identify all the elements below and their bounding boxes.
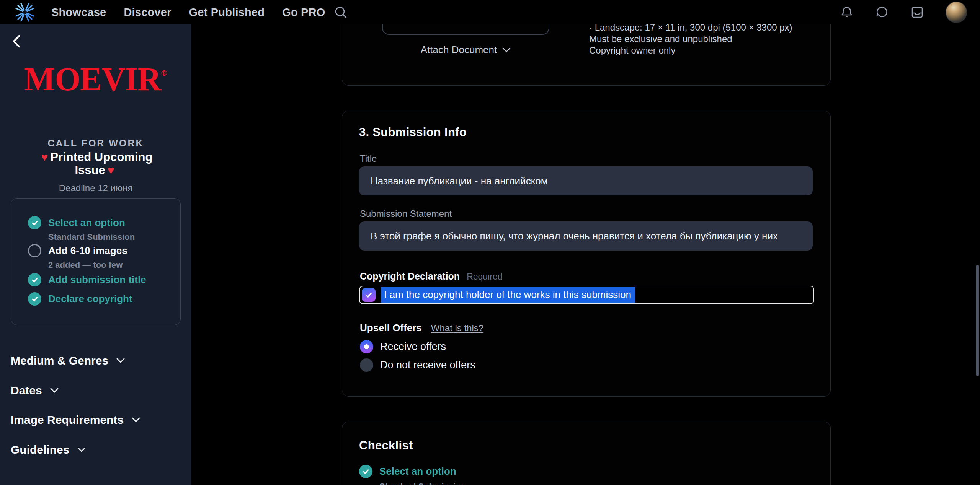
- attach-document-label: Attach Document: [421, 44, 497, 56]
- sidebar-item-label: Image Requirements: [11, 413, 124, 426]
- copyright-declaration-label: Copyright Declaration: [360, 271, 460, 282]
- what-is-this-link[interactable]: What is this?: [431, 323, 483, 334]
- sidebar: MOEVIR® CALL FOR WORK ♥Printed Upcoming …: [0, 24, 191, 485]
- copyright-checkbox[interactable]: [362, 288, 376, 302]
- submission-checklist-panel: Select an option Standard Submission Add…: [11, 198, 181, 325]
- checklist-item-select-option[interactable]: Select an option: [359, 465, 456, 478]
- app-logo-icon[interactable]: [14, 1, 36, 23]
- checklist-heading: Checklist: [359, 439, 413, 452]
- checklist-item-sublabel: Standard Submission: [48, 232, 135, 242]
- image-requirements-text: · Landscape: 17 × 11 in, 300 dpi (5100 ×…: [589, 22, 792, 56]
- magazine-logo: MOEVIR®: [0, 63, 191, 96]
- chevron-down-icon: [50, 388, 59, 393]
- issue-title: ♥Printed Upcoming Issue♥: [0, 151, 191, 177]
- search-icon[interactable]: [334, 5, 348, 20]
- page: Attach Document · Landscape: 17 × 11 in,…: [0, 0, 980, 485]
- requirement-line: Copyright owner only: [589, 45, 792, 56]
- sidebar-item-guidelines[interactable]: Guidelines: [11, 442, 86, 457]
- check-icon: [31, 295, 39, 303]
- checklist-item-label: Select an option: [48, 217, 125, 229]
- receive-offers-option[interactable]: Receive offers: [360, 339, 446, 354]
- nav-item-go-pro[interactable]: Go PRO: [282, 6, 325, 19]
- check-circle-icon: [28, 292, 41, 306]
- checklist-item-label: Add 6-10 images: [48, 245, 127, 257]
- copyright-checkbox-text: I am the copyright holder of the works i…: [381, 287, 635, 303]
- checklist-item-add-title[interactable]: Add submission title: [28, 273, 146, 286]
- check-icon: [362, 468, 370, 475]
- sidebar-item-dates[interactable]: Dates: [11, 383, 59, 398]
- upsell-offers-label: Upsell Offers: [360, 322, 422, 334]
- issue-title-line1: Printed Upcoming: [50, 150, 152, 164]
- copyright-declaration-row: Copyright Declaration Required: [360, 271, 503, 282]
- nav-item-discover[interactable]: Discover: [124, 6, 171, 19]
- messages-chat-icon[interactable]: [875, 5, 889, 19]
- attach-document-button[interactable]: Attach Document: [382, 44, 549, 56]
- heart-icon: ♥: [105, 164, 117, 176]
- sidebar-item-image-requirements[interactable]: Image Requirements: [11, 412, 140, 428]
- brand-name: MOEVIR: [24, 61, 161, 98]
- sidebar-item-label: Dates: [11, 384, 42, 397]
- checklist-item-sublabel: Standard Submission: [379, 482, 466, 485]
- check-circle-icon: [28, 216, 41, 229]
- no-receive-offers-label: Do not receive offers: [380, 359, 475, 371]
- heart-icon: ♥: [39, 151, 51, 163]
- checklist-card: Checklist Select an option Standard Subm…: [342, 422, 831, 485]
- checklist-item-label: Declare copyright: [48, 293, 132, 305]
- check-icon: [31, 276, 39, 284]
- submission-info-heading: 3. Submission Info: [359, 125, 467, 139]
- deadline-label: Deadline 12 июня: [0, 183, 191, 194]
- requirement-line: Must be exclusive and unpublished: [589, 33, 792, 45]
- title-label: Title: [360, 153, 377, 164]
- sidebar-item-medium-genres[interactable]: Medium & Genres: [11, 353, 125, 368]
- required-tag: Required: [467, 272, 502, 282]
- statement-input[interactable]: В этой графе я обычно пишу, что журнал о…: [359, 221, 813, 251]
- nav-item-get-published[interactable]: Get Published: [189, 6, 265, 19]
- user-avatar[interactable]: [946, 2, 967, 23]
- copyright-checkbox-row[interactable]: I am the copyright holder of the works i…: [359, 286, 814, 304]
- receive-offers-label: Receive offers: [380, 341, 446, 353]
- chevron-left-icon: [9, 33, 24, 50]
- registered-mark: ®: [161, 68, 167, 78]
- top-navbar: Showcase Discover Get Published Go PRO: [0, 0, 980, 24]
- checklist-item-sublabel: 2 added — too few: [48, 260, 122, 270]
- sidebar-item-label: Guidelines: [11, 443, 69, 456]
- checklist-item-add-images[interactable]: Add 6-10 images: [28, 244, 127, 257]
- sidebar-item-label: Medium & Genres: [11, 354, 108, 367]
- primary-nav: Showcase Discover Get Published Go PRO: [51, 0, 325, 24]
- submission-info-card: 3. Submission Info Title Название публик…: [342, 111, 831, 397]
- inbox-tray-icon[interactable]: [910, 5, 924, 19]
- checklist-item-declare-copyright[interactable]: Declare copyright: [28, 292, 132, 306]
- upsell-offers-row: Upsell Offers What is this?: [360, 322, 483, 334]
- empty-circle-icon: [28, 244, 41, 257]
- checklist-item-label: Add submission title: [48, 274, 146, 286]
- chevron-down-icon: [502, 47, 511, 52]
- statement-label: Submission Statement: [360, 208, 452, 219]
- check-icon: [364, 291, 373, 299]
- checklist-item-select-option[interactable]: Select an option: [28, 216, 125, 229]
- radio-unselected-icon[interactable]: [360, 358, 373, 372]
- call-for-work-label: CALL FOR WORK: [0, 138, 191, 149]
- checklist-item-label: Select an option: [379, 465, 456, 477]
- nav-item-showcase[interactable]: Showcase: [51, 6, 106, 19]
- back-button[interactable]: [9, 33, 24, 50]
- navbar-right-group: [840, 0, 967, 24]
- check-circle-icon: [359, 465, 372, 478]
- check-circle-icon: [28, 273, 41, 286]
- notifications-bell-icon[interactable]: [840, 5, 854, 19]
- chevron-down-icon: [131, 417, 140, 423]
- title-input[interactable]: Название публикации - на английском: [359, 166, 813, 195]
- no-receive-offers-option[interactable]: Do not receive offers: [360, 358, 475, 372]
- issue-title-line2: Issue: [75, 163, 105, 177]
- page-scrollbar[interactable]: [976, 265, 979, 376]
- radio-selected-icon[interactable]: [360, 340, 373, 353]
- chevron-down-icon: [116, 358, 125, 363]
- chevron-down-icon: [77, 447, 86, 452]
- check-icon: [31, 219, 39, 227]
